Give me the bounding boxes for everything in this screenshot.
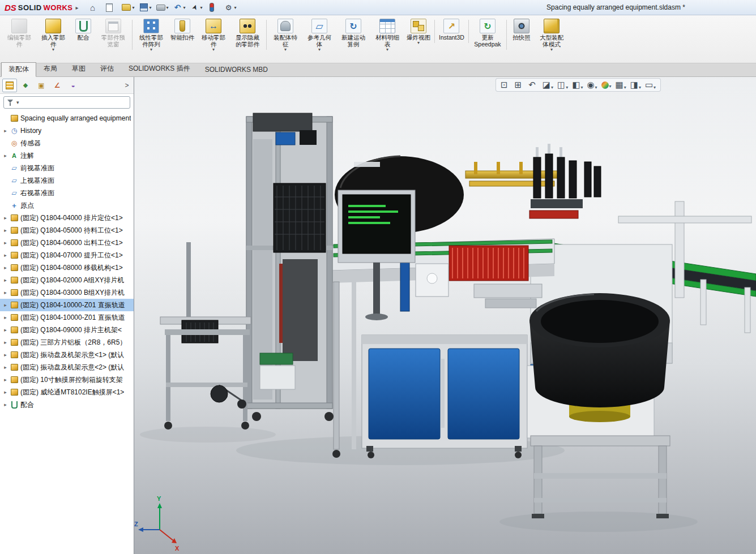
qat-button[interactable] (172, 2, 187, 13)
expand-arrow-icon[interactable] (3, 402, 8, 407)
ribbon-button[interactable]: 材料明细表 (370, 16, 404, 53)
expand-arrow-icon[interactable] (3, 215, 8, 221)
view-tool-button[interactable] (601, 81, 612, 89)
ribbon-button[interactable]: 拍快照 (509, 16, 535, 46)
ribbon-button[interactable]: 显示隐藏的零部件 (230, 16, 264, 53)
expand-arrow-icon[interactable] (3, 364, 8, 370)
command-tab[interactable]: 评估 (93, 62, 121, 76)
ribbon-button[interactable]: 装配体特征 (268, 16, 302, 53)
tree-item[interactable]: 前视基准面 (0, 162, 134, 174)
tree-item[interactable]: (固定) Q1804-10000-Z01 直振轨道 (0, 311, 134, 324)
command-tab[interactable]: 草图 (65, 62, 93, 76)
tree-item[interactable]: 注解 (0, 149, 134, 162)
tree-item[interactable]: (固定) Q1804-02000 A组XY排片机 (0, 274, 134, 286)
expand-arrow-icon[interactable] (3, 240, 8, 246)
tree-item[interactable]: (固定) Q1804-05000 待料工位<1> (0, 224, 134, 237)
qat-button[interactable] (120, 2, 135, 13)
menu-expand-icon[interactable] (74, 5, 79, 11)
dropdown-arrow-icon[interactable] (16, 100, 19, 105)
expand-arrow-icon[interactable] (3, 377, 8, 383)
ribbon-button[interactable]: 移动零部件 (197, 16, 230, 53)
qat-button[interactable] (86, 2, 101, 13)
tree-item[interactable]: 上视基准面 (0, 174, 134, 187)
tree-root-item[interactable]: Spacing equally arranged equipment (0, 112, 134, 124)
panel-tab[interactable] (66, 79, 80, 92)
tree-item[interactable]: (固定) Q1804-03000 B组XY排片机 (0, 286, 134, 299)
command-tab[interactable]: 装配体 (1, 62, 36, 77)
tree-item[interactable]: History (0, 124, 134, 137)
view-tool-icon (515, 80, 522, 90)
ribbon-button-label: 配合 (78, 34, 89, 41)
ribbon-button[interactable]: 零部件预览窗 (96, 16, 130, 53)
ribbon-button[interactable]: 编辑零部件 (2, 16, 36, 53)
expand-arrow-icon[interactable] (3, 340, 8, 345)
tree-item[interactable]: (固定) 三部方片铝板（2R8，6R5） (0, 336, 134, 349)
command-tab[interactable]: 布局 (36, 62, 65, 76)
tree-item[interactable]: (固定) Q1804-08000 移载机构<1> (0, 261, 134, 274)
ribbon-button[interactable]: 线性零部件阵列 (134, 16, 168, 53)
panel-expand-icon[interactable] (122, 80, 131, 91)
ribbon-button[interactable]: 新建运动算例 (336, 16, 370, 53)
expand-arrow-icon[interactable] (3, 265, 8, 270)
view-tool-button[interactable] (572, 80, 583, 90)
tree-item[interactable]: (固定) 振动盘及机架示意<1> (默认 (0, 349, 134, 361)
ribbon-button[interactable]: 插入零部件 (36, 16, 70, 53)
view-tool-button[interactable] (587, 80, 597, 90)
expand-arrow-icon[interactable] (3, 290, 8, 295)
view-tool-button[interactable] (645, 80, 656, 90)
panel-tab[interactable] (2, 79, 17, 92)
expand-arrow-icon[interactable] (3, 315, 8, 320)
panel-tab[interactable] (34, 79, 49, 92)
tree-filter[interactable] (3, 96, 130, 109)
tree-item[interactable]: (固定) 威纶通MT8102IE触摸屏<1> (0, 386, 134, 398)
ribbon-button[interactable]: 爆炸视图 (404, 16, 433, 46)
tree-item[interactable]: (固定) Q1804-06000 出料工位<1> (0, 237, 134, 249)
tree-item[interactable]: (固定) 10寸触摸屏控制箱旋转支架 (0, 373, 134, 386)
tree-item[interactable]: 传感器 (0, 137, 134, 149)
expand-arrow-icon[interactable] (3, 153, 8, 158)
ribbon-button[interactable]: 配合 (70, 16, 96, 46)
command-tab[interactable]: SOLIDWORKS 插件 (121, 62, 198, 76)
view-tool-button[interactable] (630, 80, 641, 90)
tree-item[interactable]: (固定) 振动盘及机架示意<2> (默认 (0, 361, 134, 373)
view-tool-button[interactable] (528, 80, 539, 90)
view-tool-button[interactable] (501, 80, 511, 90)
view-tool-button[interactable] (557, 80, 568, 90)
panel-tab[interactable] (18, 79, 33, 92)
expand-arrow-icon[interactable] (3, 277, 8, 283)
expand-arrow-icon[interactable] (3, 227, 8, 233)
expand-arrow-icon[interactable] (3, 352, 8, 358)
qat-button[interactable] (155, 2, 170, 13)
qat-button[interactable] (206, 2, 221, 13)
tree-item-icon (10, 139, 19, 148)
view-tool-button[interactable] (616, 80, 626, 90)
ribbon-button[interactable]: 智能扣件 (168, 16, 197, 46)
tree-item[interactable]: (固定) Q1804-09000 排片主机架< (0, 324, 134, 336)
tree-item[interactable]: 配合 (0, 398, 134, 411)
view-tool-icon (630, 80, 638, 90)
qat-button[interactable] (138, 2, 153, 13)
expand-arrow-icon[interactable] (3, 302, 8, 308)
expand-arrow-icon[interactable] (3, 252, 8, 258)
graphics-viewport[interactable]: Y Z X (134, 77, 756, 554)
ribbon-button[interactable]: 参考几何体 (302, 16, 336, 53)
qat-button[interactable] (223, 2, 238, 13)
tree-item[interactable]: (固定) Q1804-10000-Z01 直振轨道 (0, 299, 134, 311)
panel-tab[interactable] (50, 79, 65, 92)
ribbon-button[interactable]: Instant3D (437, 16, 467, 46)
tree-item[interactable]: (固定) Q1804-04000 排片定位<1> (0, 212, 134, 224)
view-tool-button[interactable] (515, 80, 525, 90)
command-tab[interactable]: SOLIDWORKS MBD (198, 63, 275, 76)
ribbon-button[interactable]: 更新 Speedpak (471, 16, 505, 53)
ribbon-button[interactable]: 大型装配体模式 (535, 16, 569, 53)
qat-button[interactable] (103, 2, 118, 13)
view-tool-button[interactable] (543, 80, 553, 90)
tree-item[interactable]: 右视基准面 (0, 187, 134, 199)
qat-button[interactable] (189, 2, 204, 13)
expand-arrow-icon[interactable] (3, 389, 8, 395)
ribbon-button-icon (514, 19, 529, 33)
tree-item[interactable]: (固定) Q1804-07000 提升工位<1> (0, 249, 134, 261)
tree-item[interactable]: 原点 (0, 199, 134, 212)
expand-arrow-icon[interactable] (3, 128, 8, 134)
expand-arrow-icon[interactable] (3, 327, 8, 333)
